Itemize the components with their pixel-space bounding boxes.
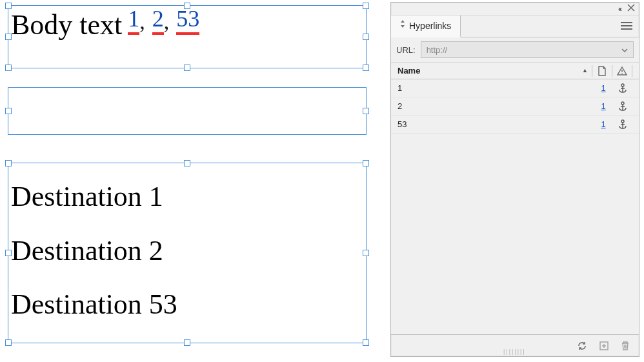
text-frame-empty[interactable] [8, 87, 367, 135]
frame-handle[interactable] [363, 108, 369, 114]
tab-label: Hyperlinks [409, 15, 451, 37]
hyperlinks-panel: ‹‹ Hyperlinks URL: http:// Name ▲ [390, 2, 639, 357]
row-name: 2 [397, 101, 594, 111]
page-link[interactable]: 1 [601, 101, 605, 111]
column-separator [632, 65, 632, 77]
destinations-content[interactable]: Destination 1 Destination 2 Destination … [8, 163, 366, 338]
frame-handle[interactable] [363, 339, 369, 346]
url-row: URL: http:// [391, 37, 639, 63]
anchor-icon[interactable] [613, 101, 632, 112]
frame-handle[interactable] [5, 3, 12, 9]
page-link[interactable]: 1 [601, 83, 605, 93]
anchor-icon[interactable] [613, 83, 632, 94]
frame-handle[interactable] [5, 65, 12, 71]
frame-handle[interactable] [5, 34, 12, 40]
new-hyperlink-icon[interactable] [599, 341, 609, 351]
updown-icon [400, 15, 405, 37]
hyperlinks-list: 1 1 2 1 53 1 [391, 79, 639, 334]
row-name: 53 [397, 119, 594, 129]
svg-point-5 [621, 102, 624, 105]
svg-point-2 [621, 84, 624, 86]
column-name-label: Name [397, 66, 420, 75]
frame-handle[interactable] [184, 160, 190, 166]
sort-asc-icon[interactable]: ▲ [582, 67, 588, 74]
resize-grip[interactable]: |||||||| [503, 348, 526, 355]
destination-line: Destination 53 [11, 277, 363, 332]
destination-line: Destination 2 [11, 224, 363, 278]
hyperlink-3[interactable]: 53 [176, 6, 199, 35]
superscript-group: 1, 2, 53 [122, 6, 199, 32]
refresh-icon[interactable] [577, 341, 587, 351]
frame-handle[interactable] [363, 250, 369, 256]
frame-handle[interactable] [184, 65, 190, 71]
url-input[interactable]: http:// [421, 41, 634, 58]
panel-menu-icon[interactable] [614, 19, 639, 33]
hyperlink-row[interactable]: 1 1 [391, 79, 639, 97]
frame-handle[interactable] [363, 3, 369, 9]
row-name: 1 [397, 83, 594, 93]
tab-hyperlinks[interactable]: Hyperlinks [391, 15, 461, 37]
hyperlink-1[interactable]: 1 [128, 6, 139, 35]
column-name[interactable]: Name [397, 66, 582, 75]
svg-point-1 [621, 73, 623, 74]
frame-handle[interactable] [363, 34, 369, 40]
url-label: URL: [396, 45, 416, 55]
anchor-icon[interactable] [613, 119, 632, 130]
hyperlink-2[interactable]: 2 [152, 6, 164, 35]
frame-handle[interactable] [5, 108, 12, 114]
text-frame-body[interactable]: Body text 1, 2, 53 [8, 5, 367, 68]
frame-handle[interactable] [363, 65, 369, 71]
delete-icon[interactable] [621, 341, 630, 351]
body-text-content[interactable]: Body text 1, 2, 53 [8, 6, 366, 39]
collapse-icon[interactable]: ‹‹ [618, 5, 621, 14]
frame-handle[interactable] [184, 339, 190, 346]
column-page-icon[interactable] [592, 66, 612, 76]
chevron-down-icon[interactable] [621, 46, 628, 54]
frame-handle[interactable] [5, 339, 12, 346]
hyperlink-row[interactable]: 2 1 [391, 97, 639, 116]
panel-tabs: Hyperlinks [391, 15, 639, 37]
text-frame-destinations[interactable]: Destination 1 Destination 2 Destination … [8, 163, 367, 343]
body-text-run: Body text [11, 9, 122, 41]
destination-line: Destination 1 [11, 170, 363, 224]
list-header: Name ▲ [391, 63, 639, 79]
url-placeholder: http:// [427, 45, 448, 55]
svg-point-8 [621, 120, 624, 123]
page-link[interactable]: 1 [601, 119, 605, 129]
frame-handle[interactable] [5, 160, 12, 166]
close-icon[interactable] [627, 4, 635, 14]
frame-handle[interactable] [5, 250, 12, 256]
panel-titlebar: ‹‹ [391, 3, 639, 15]
column-status-icon[interactable] [612, 66, 632, 75]
frame-handle[interactable] [363, 160, 369, 166]
hyperlink-row[interactable]: 53 1 [391, 116, 639, 134]
